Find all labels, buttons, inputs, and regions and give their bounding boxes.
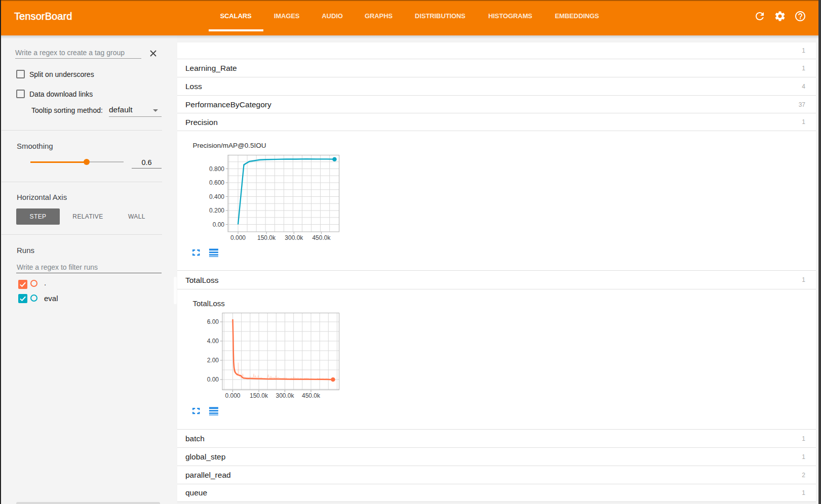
svg-text:0.800: 0.800 bbox=[209, 165, 224, 173]
svg-text:2.00: 2.00 bbox=[207, 357, 219, 364]
svg-text:300.0k: 300.0k bbox=[276, 392, 294, 399]
svg-text:450.0k: 450.0k bbox=[302, 392, 321, 399]
svg-text:300.0k: 300.0k bbox=[285, 234, 303, 241]
svg-text:0.00: 0.00 bbox=[207, 376, 219, 383]
svg-text:Precision/mAP@0.5IOU: Precision/mAP@0.5IOU bbox=[193, 142, 266, 149]
svg-text:150.0k: 150.0k bbox=[250, 392, 268, 399]
svg-text:0.600: 0.600 bbox=[209, 179, 224, 186]
svg-text:0.400: 0.400 bbox=[209, 193, 224, 200]
svg-text:450.0k: 450.0k bbox=[312, 234, 331, 241]
svg-text:0.000: 0.000 bbox=[225, 392, 240, 399]
svg-text:4.00: 4.00 bbox=[207, 338, 219, 345]
svg-text:6.00: 6.00 bbox=[207, 318, 219, 325]
svg-text:TotalLoss: TotalLoss bbox=[193, 299, 225, 308]
svg-text:0.00: 0.00 bbox=[213, 221, 225, 228]
svg-text:150.0k: 150.0k bbox=[257, 234, 276, 241]
svg-text:0.000: 0.000 bbox=[230, 234, 246, 241]
svg-text:0.200: 0.200 bbox=[209, 207, 224, 214]
